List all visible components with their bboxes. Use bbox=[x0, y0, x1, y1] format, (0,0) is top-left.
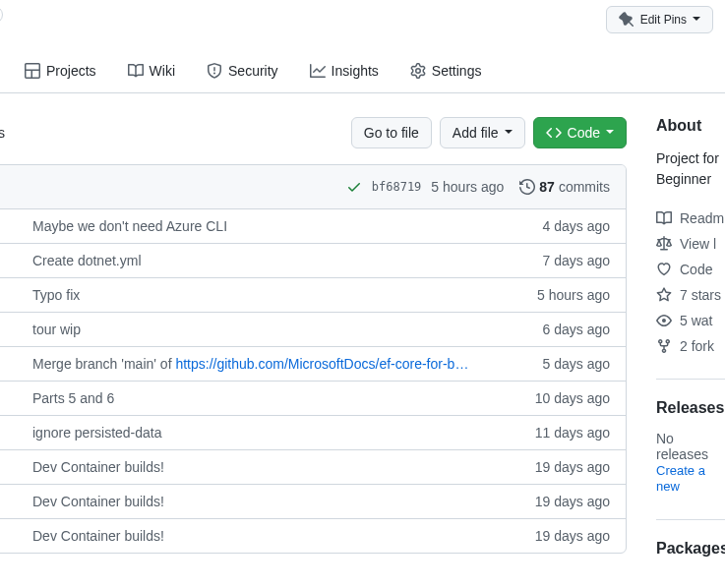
commit-age: 5 days ago bbox=[543, 356, 611, 372]
sidebar-separator bbox=[656, 379, 725, 380]
table-icon bbox=[25, 63, 40, 79]
releases-heading: Releases bbox=[656, 399, 725, 417]
file-row: Dev Container builds!19 days ago bbox=[0, 449, 626, 484]
edit-pins-label: Edit Pins bbox=[640, 13, 687, 27]
tab-settings-label: Settings bbox=[432, 63, 482, 79]
sidebar-separator bbox=[656, 519, 725, 520]
commits-count: 87 bbox=[539, 179, 555, 195]
about-readme-link[interactable]: Readm bbox=[656, 206, 725, 231]
code-button[interactable]: Code bbox=[533, 117, 627, 148]
shield-icon bbox=[207, 63, 222, 79]
file-row: Merge branch 'main' of https://github.co… bbox=[0, 346, 626, 381]
code-of-conduct-icon bbox=[656, 262, 672, 277]
pin-icon bbox=[619, 12, 634, 28]
create-release-link[interactable]: Create a new bbox=[656, 463, 705, 494]
about-coc-link[interactable]: Code bbox=[656, 257, 725, 282]
repo-nav: s Projects Wiki Security Insights Settin… bbox=[0, 55, 725, 93]
go-to-file-button[interactable]: Go to file bbox=[351, 117, 432, 148]
edit-pins-button[interactable]: Edit Pins bbox=[606, 6, 713, 33]
caret-down-icon bbox=[505, 125, 513, 141]
book-icon bbox=[128, 63, 144, 79]
about-readme-label: Readm bbox=[680, 210, 724, 226]
tab-insights[interactable]: Insights bbox=[298, 55, 391, 92]
commit-age: 4 days ago bbox=[543, 218, 611, 234]
commit-message-link[interactable]: https://github.com/MicrosoftDocs/ef-core… bbox=[175, 356, 468, 372]
file-row: Maybe we don't need Azure CLI4 days ago bbox=[0, 208, 626, 243]
commit-message[interactable]: Parts 5 and 6 bbox=[32, 390, 535, 406]
tab-wiki[interactable]: Wiki bbox=[116, 55, 187, 92]
file-list-box: bf68719 5 hours ago 87 commits Maybe we … bbox=[0, 164, 627, 554]
tab-wiki-label: Wiki bbox=[150, 63, 175, 79]
commit-message[interactable]: Dev Container builds! bbox=[32, 459, 535, 475]
commit-message[interactable]: Dev Container builds! bbox=[32, 528, 535, 544]
visibility-pill: lic bbox=[0, 6, 3, 24]
commit-message[interactable]: Typo fix bbox=[32, 287, 537, 303]
eye-icon bbox=[656, 313, 672, 328]
caret-down-icon bbox=[606, 125, 614, 141]
tab-projects-label: Projects bbox=[46, 63, 96, 79]
no-releases-text: No releases bbox=[656, 431, 725, 462]
commit-age: 10 days ago bbox=[535, 390, 610, 406]
code-label: Code bbox=[568, 125, 600, 141]
about-watching-label: 5 wat bbox=[680, 313, 712, 328]
tab-projects[interactable]: Projects bbox=[13, 55, 108, 92]
commit-message[interactable]: Dev Container builds! bbox=[32, 494, 535, 509]
code-icon bbox=[546, 125, 562, 141]
about-forks-link[interactable]: 2 fork bbox=[656, 333, 725, 359]
tab-settings[interactable]: Settings bbox=[398, 55, 494, 92]
add-file-button[interactable]: Add file bbox=[440, 117, 525, 148]
file-row: Dev Container builds!19 days ago bbox=[0, 518, 626, 553]
about-heading: About bbox=[656, 117, 725, 135]
book-icon bbox=[656, 210, 672, 226]
packages-heading: Packages bbox=[656, 540, 725, 558]
about-license-label: View l bbox=[680, 236, 716, 252]
law-icon bbox=[656, 236, 672, 252]
check-icon bbox=[346, 179, 362, 195]
commit-age: 5 hours ago bbox=[431, 179, 504, 195]
tab-security[interactable]: Security bbox=[195, 55, 290, 92]
about-stars-link[interactable]: 7 stars bbox=[656, 282, 725, 308]
graph-icon bbox=[310, 63, 326, 79]
tab-insights-label: Insights bbox=[332, 63, 379, 79]
about-coc-label: Code bbox=[680, 262, 712, 277]
commit-message[interactable]: Maybe we don't need Azure CLI bbox=[32, 218, 543, 234]
about-description: Project for Beginner bbox=[656, 148, 725, 190]
commit-message[interactable]: tour wip bbox=[32, 322, 543, 337]
tab-stub[interactable]: s bbox=[0, 55, 5, 92]
file-row: ignore persisted-data11 days ago bbox=[0, 415, 626, 449]
commit-age: 19 days ago bbox=[535, 528, 610, 544]
commit-message[interactable]: ignore persisted-data bbox=[32, 425, 535, 441]
caret-down-icon bbox=[693, 13, 700, 28]
tab-security-label: Security bbox=[228, 63, 278, 79]
tags-link-stub[interactable]: ) tags bbox=[0, 125, 343, 141]
about-license-link[interactable]: View l bbox=[656, 231, 725, 257]
commit-age: 5 hours ago bbox=[537, 287, 610, 303]
commit-message[interactable]: Merge branch 'main' of https://github.co… bbox=[32, 356, 543, 372]
fork-icon bbox=[656, 338, 672, 354]
commit-age: 7 days ago bbox=[543, 253, 611, 268]
commit-message[interactable]: Create dotnet.yml bbox=[32, 253, 543, 268]
file-row: Dev Container builds!19 days ago bbox=[0, 484, 626, 518]
gear-icon bbox=[410, 63, 426, 79]
commit-age: 19 days ago bbox=[535, 459, 610, 475]
history-icon bbox=[519, 179, 535, 195]
file-row: tour wip6 days ago bbox=[0, 312, 626, 346]
star-icon bbox=[656, 287, 672, 303]
commit-age: 19 days ago bbox=[535, 494, 610, 509]
file-row: Typo fix5 hours ago bbox=[0, 277, 626, 312]
about-stars-label: 7 stars bbox=[680, 287, 721, 303]
commit-sha[interactable]: bf68719 bbox=[372, 180, 422, 194]
file-row: Create dotnet.yml7 days ago bbox=[0, 243, 626, 277]
about-watching-link[interactable]: 5 wat bbox=[656, 308, 725, 333]
add-file-label: Add file bbox=[453, 125, 499, 141]
about-forks-label: 2 fork bbox=[680, 338, 714, 354]
commits-count-link[interactable]: 87 commits bbox=[519, 179, 610, 195]
latest-commit-bar: bf68719 5 hours ago 87 commits bbox=[0, 165, 626, 208]
commit-age: 6 days ago bbox=[543, 322, 611, 337]
commits-count-label: commits bbox=[559, 179, 610, 195]
commit-age: 11 days ago bbox=[535, 425, 610, 441]
file-row: Parts 5 and 610 days ago bbox=[0, 381, 626, 415]
